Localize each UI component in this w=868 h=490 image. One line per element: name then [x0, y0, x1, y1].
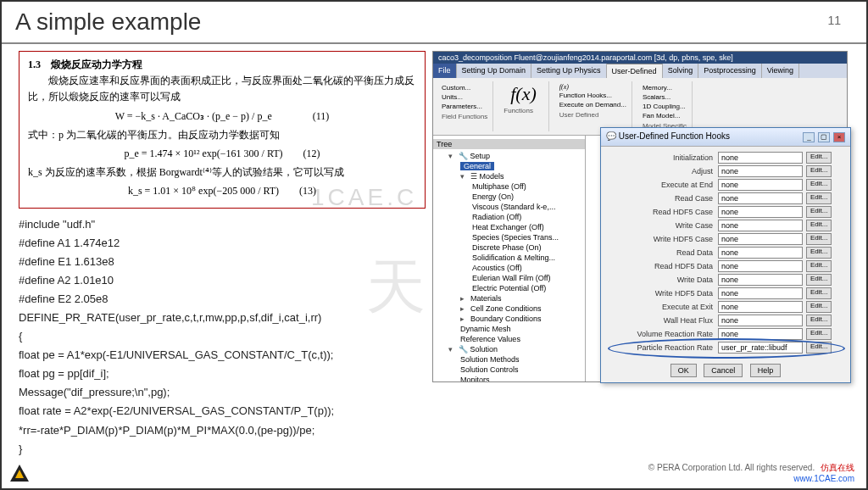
ribbon-group-label: Field Functions — [442, 113, 487, 120]
tree-dynamic-mesh[interactable]: Dynamic Mesh — [460, 324, 581, 334]
tree-model-item[interactable]: Eulerian Wall Film (Off) — [472, 273, 581, 283]
minimize-icon[interactable]: _ — [803, 132, 815, 142]
code-line: { — [19, 327, 426, 346]
tree-model-item[interactable]: Acoustics (Off) — [472, 263, 581, 273]
edit-button[interactable]: Edit... — [806, 315, 832, 326]
tree-panel: Tree ▾🔧 Setup General ▾☰ Models Multipha… — [433, 136, 586, 381]
fx-icon[interactable]: f(x) — [504, 83, 543, 105]
tree-model-item[interactable]: Solidification & Melting... — [472, 253, 581, 263]
tab-viewing[interactable]: Viewing — [762, 64, 799, 78]
tree-model-item[interactable]: Radiation (Off) — [472, 212, 581, 222]
edit-button[interactable]: Edit... — [806, 260, 832, 272]
edit-button[interactable]: Edit... — [806, 287, 832, 299]
tab-physics[interactable]: Setting Up Physics — [531, 64, 607, 78]
tree-ref-values[interactable]: Reference Values — [460, 334, 581, 344]
cancel-button[interactable]: Cancel — [704, 364, 743, 377]
tab-file[interactable]: File — [433, 64, 457, 78]
tree-general[interactable]: General — [460, 161, 581, 171]
tree-model-item[interactable]: Heat Exchanger (Off) — [472, 222, 581, 232]
hook-value[interactable]: none — [718, 179, 803, 191]
hook-value[interactable]: none — [718, 274, 803, 286]
ribbon-function-hooks[interactable]: Function Hooks... — [559, 91, 626, 100]
tab-domain[interactable]: Setting Up Domain — [457, 64, 532, 78]
maximize-icon[interactable]: ▢ — [818, 132, 830, 142]
hook-row: Read HDF5 DatanoneEdit... — [608, 260, 843, 272]
edit-button[interactable]: Edit... — [806, 342, 832, 354]
hook-label: Write HDF5 Data — [608, 289, 718, 298]
help-button[interactable]: Help — [750, 364, 782, 377]
hook-row: InitializationnoneEdit... — [608, 152, 843, 164]
tree-sol-item[interactable]: Monitors — [460, 375, 581, 381]
page-number: 11 — [827, 14, 841, 27]
tree-models[interactable]: ▾☰ Models — [460, 171, 581, 181]
edit-button[interactable]: Edit... — [806, 233, 832, 245]
hook-value[interactable]: none — [718, 192, 803, 204]
edit-button[interactable]: Edit... — [806, 247, 832, 259]
footer-url[interactable]: www.1CAE.com — [793, 474, 854, 483]
hook-value[interactable]: none — [718, 287, 803, 299]
edit-button[interactable]: Edit... — [806, 206, 832, 218]
tree-model-item[interactable]: Discrete Phase (On) — [472, 242, 581, 253]
dialog-titlebar[interactable]: 💬 User-Defined Function Hooks _ ▢ × — [601, 128, 850, 147]
tree-solution[interactable]: ▾🔧 Solution — [448, 344, 581, 354]
copyright-text: © PERA Corporation Ltd. All rights reser… — [648, 463, 815, 472]
tree-sol-item[interactable]: Solution Methods — [460, 354, 581, 365]
hook-value[interactable]: user_pr_rate::libudf — [718, 342, 803, 354]
hook-value[interactable]: none — [718, 206, 803, 218]
edit-button[interactable]: Edit... — [806, 220, 832, 231]
edit-button[interactable]: Edit... — [806, 328, 832, 340]
ribbon-custom[interactable]: Custom... — [442, 83, 487, 92]
hook-value[interactable]: none — [718, 233, 803, 245]
tree-model-item[interactable]: Electric Potential (Off) — [472, 283, 581, 293]
edit-button[interactable]: Edit... — [806, 301, 832, 313]
tab-user-defined[interactable]: User-Defined — [607, 64, 663, 78]
hook-value[interactable]: none — [718, 301, 803, 313]
code-line: #define E2 2.05e8 — [19, 290, 426, 309]
udf-hooks-dialog: 💬 User-Defined Function Hooks _ ▢ × Init… — [600, 127, 851, 383]
tree-materials[interactable]: ▸Materials — [460, 293, 581, 303]
hook-value[interactable]: none — [718, 328, 803, 340]
tree-cell-zone[interactable]: ▸Cell Zone Conditions — [460, 303, 581, 314]
eq-para-3: k_s 为反应的速率系数，根据 Borgwardt⁽⁴⁾等人的试验结果，它可以写… — [28, 164, 416, 181]
tree-model-item[interactable]: Species (Species Trans... — [472, 232, 581, 242]
hook-value[interactable]: none — [718, 315, 803, 326]
close-icon[interactable]: × — [833, 132, 845, 142]
edit-button[interactable]: Edit... — [806, 192, 832, 204]
ribbon-scalars[interactable]: Scalars... — [643, 92, 687, 102]
ribbon-units[interactable]: Units... — [442, 92, 487, 102]
ribbon-group-user-defined: f(x) Function Hooks... Execute on Demand… — [554, 81, 632, 131]
hook-value[interactable]: none — [718, 152, 803, 164]
ribbon-memory[interactable]: Memory... — [643, 83, 687, 92]
hook-value[interactable]: none — [718, 220, 803, 231]
hook-value[interactable]: none — [718, 260, 803, 272]
tab-solving[interactable]: Solving — [663, 64, 699, 78]
ok-button[interactable]: OK — [670, 364, 697, 377]
ribbon-execute-demand[interactable]: Execute on Demand... — [559, 100, 626, 109]
hook-label: Volume Reaction Rate — [608, 330, 718, 338]
edit-button[interactable]: Edit... — [806, 165, 832, 177]
ribbon-parameters[interactable]: Parameters... — [442, 102, 487, 111]
hook-label: Adjust — [608, 167, 718, 175]
hook-row: Wall Heat FluxnoneEdit... — [608, 315, 843, 326]
tab-postprocess[interactable]: Postprocessing — [698, 64, 762, 78]
hook-label: Read HDF5 Data — [608, 262, 718, 270]
fluent-titlebar: caco3_decomposition Fluent@zoujianfeng20… — [433, 52, 847, 64]
tree-boundary[interactable]: ▸Boundary Conditions — [460, 314, 581, 324]
ribbon-group-field-functions: Custom... Units... Parameters... Field F… — [437, 81, 493, 131]
edit-button[interactable]: Edit... — [806, 179, 832, 191]
ribbon-1d-coupling[interactable]: 1D Coupling... — [643, 102, 687, 111]
tree-header: Tree — [433, 139, 585, 149]
ribbon-fan-model[interactable]: Fan Model... — [643, 111, 687, 120]
hook-value[interactable]: none — [718, 165, 803, 177]
hook-value[interactable]: none — [718, 247, 803, 259]
hook-label: Read HDF5 Case — [608, 208, 718, 216]
code-line: Message("dif_pressure;\n",pg); — [19, 383, 426, 402]
tree-model-item[interactable]: Multiphase (Off) — [472, 181, 581, 192]
tree-setup[interactable]: ▾🔧 Setup — [448, 151, 581, 161]
tree-sol-item[interactable]: Solution Controls — [460, 365, 581, 375]
edit-button[interactable]: Edit... — [806, 274, 832, 286]
hook-row: Write HDF5 DatanoneEdit... — [608, 287, 843, 299]
tree-model-item[interactable]: Energy (On) — [472, 192, 581, 202]
tree-model-item[interactable]: Viscous (Standard k-e,... — [472, 202, 581, 212]
edit-button[interactable]: Edit... — [806, 152, 832, 164]
